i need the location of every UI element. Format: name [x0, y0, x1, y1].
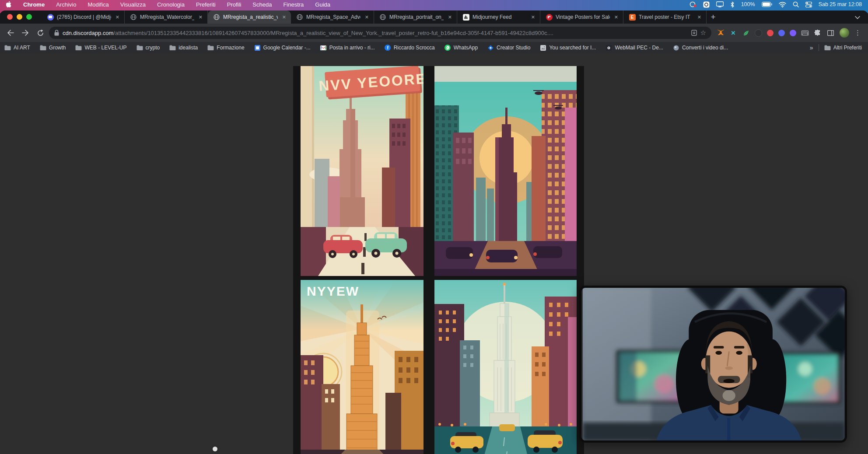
tab-label: MRregista_Watercolor_Pa: [140, 14, 194, 20]
menu-profili[interactable]: Profili: [227, 1, 242, 8]
address-bar[interactable]: cdn.discordapp.com/attachments/101351233…: [49, 27, 711, 39]
poster-bottom-right[interactable]: [434, 280, 577, 454]
lock-icon[interactable]: [54, 30, 59, 36]
menu-cronologia[interactable]: Cronologia: [157, 1, 185, 8]
display-icon[interactable]: [716, 1, 724, 7]
poster-top-left[interactable]: NVV YEOORE: [301, 66, 424, 276]
folder-icon: [207, 45, 214, 51]
dark-extension-icon[interactable]: [755, 29, 762, 37]
menubar-clock[interactable]: Sab 25 mar 12:08: [819, 1, 862, 7]
bookmark-webmail-pec[interactable]: WebMail PEC - De...: [606, 45, 663, 51]
tab-strip: (2765) Discord | @Midjou ✕ MRregista_Wat…: [0, 10, 868, 24]
purple-extension-icon[interactable]: [790, 30, 796, 36]
poster-top-right[interactable]: [434, 66, 577, 276]
menu-guida[interactable]: Guida: [315, 1, 330, 8]
tab-close-icon[interactable]: ✕: [696, 14, 703, 21]
menubar-app-name[interactable]: Chrome: [23, 1, 45, 8]
browser-toolbar: cdn.discordapp.com/attachments/101351233…: [0, 24, 868, 42]
profile-avatar[interactable]: [840, 28, 849, 38]
minimize-window-button[interactable]: [17, 14, 22, 20]
tab-close-icon[interactable]: ✕: [613, 14, 620, 21]
tab-close-icon[interactable]: ✕: [530, 14, 536, 21]
bookmark-converti-video[interactable]: Converti i video di...: [673, 45, 728, 51]
extensions-puzzle-icon[interactable]: [814, 29, 822, 37]
menu-scheda[interactable]: Scheda: [252, 1, 272, 8]
tab-close-icon[interactable]: ✕: [281, 14, 287, 21]
keyboard-extension-icon[interactable]: [801, 29, 809, 37]
back-button[interactable]: [4, 27, 17, 39]
facebook-icon: f: [385, 45, 391, 51]
bookmark-whatsapp[interactable]: WhatsApp: [444, 45, 478, 51]
side-panel-icon[interactable]: [826, 29, 834, 37]
folder-icon: [136, 45, 143, 51]
red-extension-icon[interactable]: [767, 30, 774, 36]
folder-icon: [75, 45, 82, 51]
x-teal-extension-icon[interactable]: ✕: [729, 29, 737, 37]
bookmark-gmail[interactable]: Posta in arrivo - ri...: [320, 45, 375, 51]
bookmark-folder-crypto[interactable]: crypto: [136, 45, 160, 51]
image-search-icon: [540, 45, 546, 51]
macos-menubar: Chrome Archivio Modifica Visualizza Cron…: [0, 0, 868, 9]
bookmarks-divider: [819, 44, 819, 51]
gmail-icon: [320, 45, 327, 51]
poster-bottom-left[interactable]: NYYEW: [301, 280, 424, 454]
tab-etsy[interactable]: E Travel poster - Etsy IT ✕: [623, 10, 707, 24]
tab-close-icon[interactable]: ✕: [364, 14, 370, 21]
indigo-extension-icon[interactable]: [778, 30, 785, 36]
bookmark-folder-ai-art[interactable]: AI ART: [4, 45, 30, 51]
bookmark-star-icon[interactable]: ☆: [700, 29, 706, 37]
bookmark-google-calendar[interactable]: Google Calendar -...: [254, 45, 311, 51]
tab-space-adventure[interactable]: MRregista_Space_Advent ✕: [291, 10, 374, 24]
screen-recording-icon[interactable]: [690, 1, 696, 7]
midjourney-image-grid[interactable]: NVV YEOORE: [293, 66, 584, 454]
tab-search-chevron-icon[interactable]: [855, 13, 860, 21]
save-page-icon[interactable]: [691, 30, 697, 36]
bookmark-folder-idealista[interactable]: idealista: [169, 45, 198, 51]
password-manager-icon[interactable]: [703, 1, 710, 8]
close-window-button[interactable]: [7, 14, 13, 20]
bluetooth-icon[interactable]: [730, 1, 735, 8]
zoom-window-button[interactable]: [26, 14, 32, 20]
other-bookmarks-folder[interactable]: Altri Preferiti: [824, 45, 862, 51]
metamask-extension-icon[interactable]: [717, 29, 724, 37]
bookmarks-overflow-chevrons[interactable]: »: [810, 44, 813, 51]
tab-discord[interactable]: (2765) Discord | @Midjou ✕: [42, 10, 125, 24]
bookmark-creator-studio[interactable]: Creator Studio: [487, 45, 530, 51]
folder-icon: [4, 45, 11, 51]
bookmark-folder-web-level-up[interactable]: WEB - LEVEL-UP: [75, 45, 126, 51]
forward-button[interactable]: [19, 27, 32, 39]
apple-logo-icon[interactable]: [6, 1, 12, 8]
google-calendar-icon: [254, 45, 261, 51]
tab-midjourney-feed[interactable]: Midjourney Feed ✕: [457, 10, 540, 24]
menu-modifica[interactable]: Modifica: [88, 1, 108, 8]
tab-label: MRregista_Space_Advent: [306, 14, 360, 20]
tab-vintage-posters[interactable]: Vintage Posters for Sale | ✕: [540, 10, 623, 24]
menu-archivio[interactable]: Archivio: [56, 1, 76, 8]
browser-menu-kebab-icon[interactable]: ⋮: [852, 29, 864, 37]
menu-finestra[interactable]: Finestra: [283, 1, 304, 8]
bookmark-folder-formazione[interactable]: Formazione: [207, 45, 244, 51]
spotlight-search-icon[interactable]: [793, 1, 799, 7]
wifi-icon[interactable]: [779, 2, 786, 7]
globe-favicon: [379, 14, 386, 21]
tab-realistic-view-active[interactable]: MRregista_a_realistic_vie ✕: [208, 10, 291, 24]
reload-button[interactable]: [34, 27, 46, 39]
posters-site-favicon: [546, 14, 553, 21]
bookmark-facebook-riccardo[interactable]: fRiccardo Scrocca: [385, 45, 435, 51]
tab-close-icon[interactable]: ✕: [114, 14, 121, 21]
menu-preferiti[interactable]: Preferiti: [196, 1, 216, 8]
bookmark-you-searched[interactable]: You searched for I...: [540, 45, 596, 51]
menu-visualizza[interactable]: Visualizza: [120, 1, 146, 8]
new-tab-button[interactable]: +: [707, 10, 720, 24]
extensions-strip: ✕: [714, 29, 837, 37]
url-text[interactable]: cdn.discordapp.com/attachments/101351233…: [63, 30, 688, 36]
leaf-extension-icon[interactable]: [742, 29, 750, 37]
control-center-icon[interactable]: [805, 2, 812, 7]
tab-close-icon[interactable]: ✕: [197, 14, 204, 21]
tab-close-icon[interactable]: ✕: [447, 14, 453, 21]
tab-watercolor[interactable]: MRregista_Watercolor_Pa ✕: [125, 10, 208, 24]
webcam-overlay: [579, 286, 847, 443]
bookmark-folder-growth[interactable]: Growth: [40, 45, 66, 51]
tab-portrait[interactable]: MRregista_portrait_on_a_ ✕: [374, 10, 457, 24]
tab-label: MRregista_portrait_on_a_: [389, 14, 444, 20]
